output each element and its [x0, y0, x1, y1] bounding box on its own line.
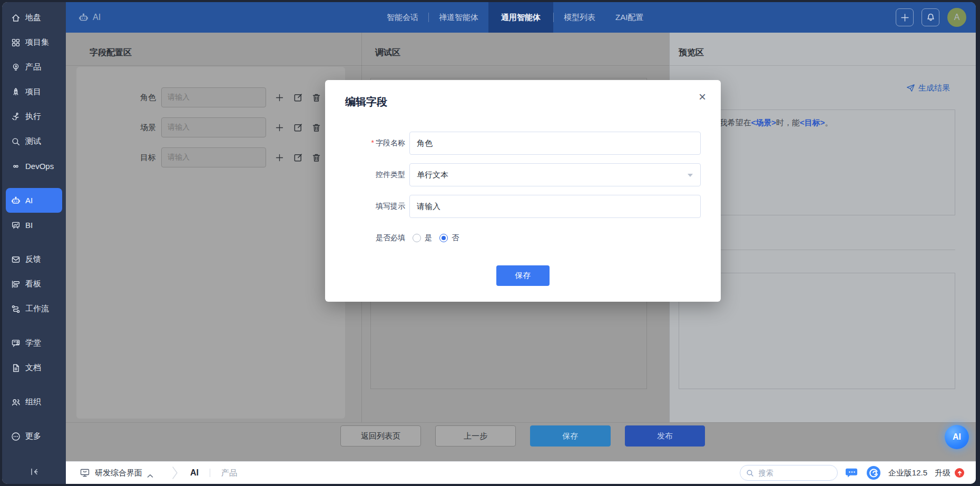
add-button[interactable] — [896, 8, 914, 26]
sidebar-item-icon — [11, 432, 21, 441]
action-button-label: 保存 — [563, 431, 579, 441]
breadcrumb-current[interactable]: AI — [190, 468, 199, 478]
sidebar-item[interactable]: 工作流 — [2, 296, 66, 321]
action-button[interactable]: 上一步 — [435, 425, 516, 447]
search-box[interactable] — [740, 465, 838, 481]
header-tab-label: 禅道智能体 — [439, 13, 478, 23]
sidebar-item[interactable]: 更多 — [2, 424, 66, 449]
header-tab[interactable]: 禅道智能体 — [429, 2, 488, 33]
sidebar-item[interactable]: 反馈 — [2, 247, 66, 272]
action-button[interactable]: 返回列表页 — [340, 425, 421, 447]
plus-icon — [900, 13, 910, 23]
save-button[interactable]: 保存 — [496, 265, 550, 286]
action-button-label: 上一步 — [464, 431, 487, 441]
field-row-input[interactable]: 请输入 — [161, 117, 266, 137]
sidebar-item-icon — [11, 112, 21, 122]
header-brand: AI — [79, 2, 101, 33]
actions-divider — [66, 422, 976, 423]
modal-row-field-name: *字段名称 — [325, 132, 701, 155]
sidebar-item[interactable]: 项目集 — [2, 30, 66, 55]
modal-row-control-type: 控件类型 — [325, 163, 701, 186]
sidebar-item-label: 测试 — [25, 136, 41, 146]
close-icon[interactable]: × — [699, 91, 706, 103]
sidebar-item-icon — [11, 398, 21, 407]
sidebar-item[interactable]: DevOps — [2, 154, 66, 178]
header-tab[interactable]: ZAI配置 — [605, 2, 653, 33]
sidebar-item[interactable]: 产品 — [2, 55, 66, 80]
add-field-icon[interactable] — [275, 123, 285, 133]
upgrade-link[interactable]: 升级 — [935, 468, 950, 478]
required-label: 是否必填 — [325, 233, 405, 243]
field-row-input[interactable]: 请输入 — [161, 147, 266, 167]
action-button[interactable]: 保存 — [530, 425, 611, 447]
sidebar-item[interactable]: 看板 — [2, 272, 66, 296]
delete-field-icon[interactable] — [311, 153, 321, 163]
header-tab-label: 通用智能体 — [501, 13, 541, 23]
sidebar-item-label: 地盘 — [25, 13, 41, 23]
statusbar-left: 研发综合界面 AI 产品 — [80, 466, 237, 480]
control-type-select[interactable] — [409, 163, 701, 186]
sidebar-item[interactable]: 文档 — [2, 355, 66, 380]
header-tab[interactable]: 通用智能体 — [488, 2, 553, 33]
sidebar-item-label: 学堂 — [25, 338, 41, 348]
preview-title-divider — [670, 65, 976, 66]
sidebar-item-label: 项目集 — [25, 37, 49, 47]
sidebar-item[interactable]: 执行 — [2, 104, 66, 129]
feedback-chat-icon[interactable] — [845, 467, 859, 479]
edit-field-icon[interactable] — [293, 153, 303, 163]
application-window: 地盘 项目集 产品 项目 执行 测试 — [0, 0, 980, 486]
edit-field-icon[interactable] — [293, 123, 303, 133]
sidebar-item[interactable]: AI — [6, 188, 62, 213]
sidebar-item[interactable]: 测试 — [2, 129, 66, 154]
sidebar-collapse-icon[interactable] — [28, 466, 40, 478]
bell-icon — [926, 13, 936, 23]
prompt-segment: 时，能 — [776, 118, 800, 127]
add-field-icon[interactable] — [275, 93, 285, 103]
header-tab-label: 模型列表 — [564, 13, 595, 23]
sidebar-item[interactable]: 项目 — [2, 80, 66, 104]
add-field-icon[interactable] — [275, 153, 285, 163]
breadcrumb-item-product[interactable]: 产品 — [221, 468, 237, 478]
modal-row-required: 是否必填 是 否 — [325, 233, 459, 243]
action-button[interactable]: 发布 — [625, 425, 705, 447]
sidebar-item-icon — [11, 162, 21, 171]
header-tab[interactable]: 模型列表 — [554, 2, 605, 33]
radio-option-label: 是 — [425, 233, 432, 243]
workspace-switcher[interactable]: 研发综合界面 — [95, 468, 142, 478]
hint-input[interactable] — [409, 195, 701, 218]
sidebar-item-label: 执行 — [25, 112, 41, 122]
delete-field-icon[interactable] — [311, 93, 321, 103]
ai-assistant-fab[interactable]: AI — [945, 425, 969, 449]
avatar[interactable]: A — [947, 8, 966, 27]
field-config-title: 字段配置区 — [90, 33, 132, 65]
required-radio-option[interactable]: 否 — [439, 233, 459, 243]
generate-result-link[interactable]: 生成结果 — [906, 83, 950, 93]
debug-title: 调试区 — [375, 33, 400, 65]
field-row-placeholder: 请输入 — [168, 93, 190, 102]
notifications-button[interactable] — [922, 8, 939, 26]
sidebar-item-label: 看板 — [25, 279, 41, 289]
sidebar-item[interactable]: 地盘 — [2, 5, 66, 30]
sidebar-item-label: 工作流 — [25, 304, 49, 314]
search-input[interactable] — [758, 468, 821, 478]
chevron-up-icon[interactable] — [147, 471, 153, 475]
header-tab[interactable]: 智能会话 — [377, 2, 428, 33]
delete-field-icon[interactable] — [311, 123, 321, 133]
sidebar-item[interactable]: 学堂 — [2, 331, 66, 355]
zentao-logo-icon[interactable] — [866, 465, 881, 480]
statusbar-right: 企业版12.5 升级 — [740, 465, 964, 481]
modal-row-hint: 填写提示 — [325, 195, 701, 218]
sidebar-item[interactable]: 组织 — [2, 390, 66, 414]
field-name-input[interactable] — [409, 132, 701, 155]
upgrade-badge-icon[interactable] — [955, 468, 964, 478]
breadcrumb-chevron-icon — [172, 466, 178, 480]
breadcrumb-separator — [210, 469, 210, 477]
field-row: 场景 请输入 — [124, 117, 321, 137]
sidebar-item[interactable]: BI — [2, 213, 66, 237]
field-row-input[interactable]: 请输入 — [161, 87, 266, 107]
radio-icon — [413, 234, 421, 242]
required-radio-option[interactable]: 是 — [413, 233, 432, 243]
radio-icon — [439, 234, 448, 242]
sidebar-item-icon — [11, 63, 21, 72]
edit-field-icon[interactable] — [293, 93, 303, 103]
